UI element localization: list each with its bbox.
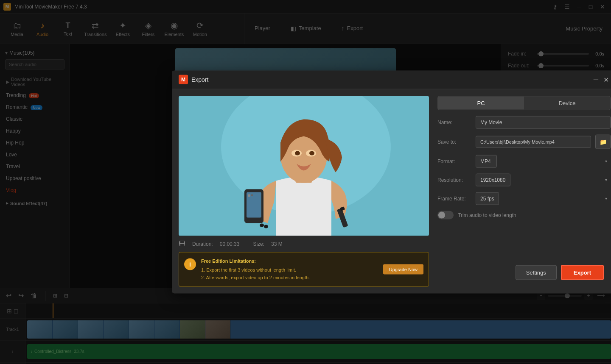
settings-btn[interactable]: Settings [516, 265, 557, 280]
svg-rect-10 [248, 194, 250, 197]
export-settings-panel: PC Device Name: Save to: 📁 Format: [437, 96, 611, 287]
dialog-video-preview [179, 96, 429, 236]
dialog-minimize-btn[interactable]: ─ [592, 74, 600, 85]
trim-label: Trim audio to video length [458, 212, 516, 218]
svg-rect-11 [251, 194, 253, 196]
format-select[interactable]: MP4 MOV AVI MKV [476, 155, 497, 167]
warning-line2: 2. Afterwards, export video up to 2 minu… [201, 274, 378, 281]
duration-value: 00:00:33 [220, 241, 240, 247]
size-value: 33 M [271, 241, 283, 247]
size-label: Size: [253, 241, 264, 247]
warning-box: i Free Edition Limitations: 1. Export th… [179, 252, 429, 287]
dialog-logo: M [179, 75, 188, 84]
svg-point-15 [264, 225, 268, 228]
dialog-title: Export [191, 76, 592, 83]
dialog-close-btn[interactable]: ✕ [602, 74, 611, 85]
svg-point-6 [295, 151, 300, 155]
trim-row: Trim audio to video length [437, 211, 611, 219]
pc-tab-btn[interactable]: PC [438, 96, 524, 109]
frame-rate-arrow-icon: ▾ [605, 196, 607, 201]
format-arrow-icon: ▾ [605, 159, 607, 164]
resolution-select[interactable]: 1920x1080 1280x720 3840x2160 [476, 173, 510, 186]
frame-rate-label: Frame Rate: [437, 195, 471, 201]
svg-point-7 [309, 151, 314, 155]
toggle-thumb [438, 211, 445, 218]
dialog-footer: Settings Export [437, 265, 611, 287]
spacer [437, 225, 611, 259]
dialog-titlebar: M Export ─ ✕ [172, 70, 611, 89]
export-tab-row: PC Device [437, 96, 611, 110]
save-to-row: Save to: 📁 [437, 134, 611, 149]
device-tab-btn[interactable]: Device [524, 96, 610, 109]
name-input[interactable] [476, 116, 611, 128]
film-icon: 🎞 [179, 240, 185, 247]
export-btn[interactable]: Export [561, 265, 604, 280]
warning-text: Free Edition Limitations: 1. Export the … [201, 257, 378, 281]
resolution-arrow-icon: ▾ [605, 178, 607, 182]
trim-toggle[interactable] [437, 211, 454, 219]
format-row: Format: MP4 MOV AVI MKV ▾ [437, 155, 611, 167]
export-info-row: 🎞 Duration: 00:00:33 Size: 33 M [179, 240, 429, 247]
dialog-preview-section: 🎞 Duration: 00:00:33 Size: 33 M i Free E… [179, 96, 429, 287]
duration-label: Duration: [192, 241, 213, 247]
resolution-row: Resolution: 1920x1080 1280x720 3840x2160… [437, 173, 611, 186]
frame-rate-select-wrapper: 25 fps 30 fps 60 fps 24 fps ▾ [476, 192, 611, 205]
warning-line1: 1. Export the first 3 videos without len… [201, 267, 378, 274]
format-label: Format: [437, 158, 471, 164]
folder-icon: 📁 [600, 138, 607, 145]
warning-title: Free Edition Limitations: [201, 257, 378, 265]
save-to-input[interactable] [476, 136, 591, 147]
frame-rate-row: Frame Rate: 25 fps 30 fps 60 fps 24 fps … [437, 192, 611, 205]
browse-folder-btn[interactable]: 📁 [595, 134, 611, 149]
format-select-wrapper: MP4 MOV AVI MKV ▾ [476, 155, 611, 167]
frame-rate-select[interactable]: 25 fps 30 fps 60 fps 24 fps [476, 192, 499, 205]
resolution-label: Resolution: [437, 177, 471, 183]
dialog-body: 🎞 Duration: 00:00:33 Size: 33 M i Free E… [172, 89, 611, 294]
save-to-label: Save to: [437, 139, 471, 144]
name-row: Name: [437, 116, 611, 128]
warning-icon: i [184, 258, 196, 270]
svg-point-14 [260, 223, 264, 227]
export-dialog: M Export ─ ✕ [172, 70, 611, 294]
name-label: Name: [437, 119, 471, 125]
upgrade-now-btn[interactable]: Upgrade Now [383, 264, 423, 275]
resolution-select-wrapper: 1920x1080 1280x720 3840x2160 ▾ [476, 173, 611, 186]
